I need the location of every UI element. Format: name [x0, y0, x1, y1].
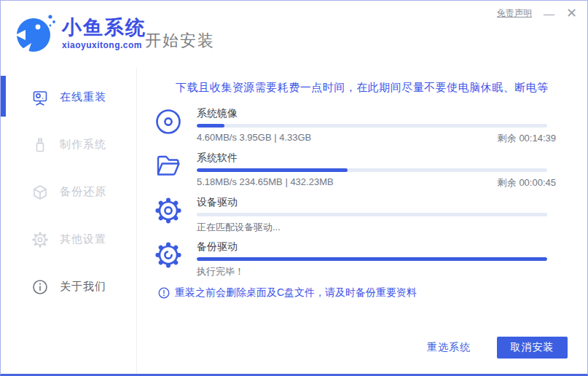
sidebar-item-label: 其他设置 [60, 232, 106, 246]
progress-bar [197, 124, 547, 128]
sidebar-item-label: 备份还原 [60, 185, 106, 199]
backup-restore-icon [31, 184, 49, 201]
logo-text: 小鱼系统 xiaoyuxitong.com [62, 18, 146, 50]
sidebar-item-online-reinstall[interactable]: 在线重装 [1, 74, 136, 121]
task-status-left: 4.60MB/s 3.95GB | 4.33GB [197, 132, 311, 145]
task-row-backup-driver: 备份驱动 执行完毕！ [138, 239, 587, 283]
folder-icon [154, 152, 183, 181]
task-row-system-image: 系统镜像 4.60MB/s 3.95GB | 4.33GB 剩余 00:14:3… [138, 106, 587, 150]
app-logo: 小鱼系统 xiaoyuxitong.com [14, 11, 146, 56]
task-status: 5.18MB/s 234.65MB | 432.23MB 剩余 00:00:45 [197, 176, 556, 189]
progress-fill [197, 257, 547, 261]
fish-logo-icon [14, 11, 56, 56]
backup-gear-icon [154, 240, 183, 270]
task-status: 执行完毕！ [197, 265, 556, 278]
download-notice: 下载且收集资源需要耗费一点时间，在此期间尽量不要使电脑休眠、断电等 [138, 81, 587, 95]
cancel-install-button[interactable]: 取消安装 [497, 337, 568, 359]
progress-fill [197, 168, 348, 172]
progress-bar [197, 168, 547, 172]
sidebar-item-other-settings[interactable]: 其他设置 [1, 216, 136, 263]
task-status-right: 剩余 00:14:39 [498, 132, 556, 145]
sidebar-item-backup-restore[interactable]: 备份还原 [1, 168, 136, 216]
task-list: 系统镜像 4.60MB/s 3.95GB | 4.33GB 剩余 00:14:3… [138, 106, 587, 283]
logo-name: 小鱼系统 [62, 18, 146, 38]
task-label: 系统镜像 [197, 107, 238, 120]
logo-subtitle: xiaoyuxitong.com [62, 41, 146, 50]
task-status-left: 5.18MB/s 234.65MB | 432.23MB [197, 176, 334, 189]
task-status-left: 执行完毕！ [197, 265, 244, 278]
sidebar-item-label: 制作系统 [60, 138, 106, 152]
task-label: 系统软件 [197, 152, 238, 165]
progress-fill [197, 124, 224, 128]
online-reinstall-icon [31, 89, 49, 106]
sidebar-item-about-us[interactable]: 关于我们 [1, 263, 136, 310]
exclamation-circle-icon [158, 287, 170, 299]
settings-icon [31, 231, 49, 248]
close-icon[interactable]: ✕ [566, 8, 577, 19]
minimize-icon[interactable]: — [544, 8, 554, 19]
main-content: 下载且收集资源需要耗费一点时间，在此期间尽量不要使电脑休眠、断电等 系统镜像 4… [138, 68, 587, 372]
disc-icon [154, 107, 183, 136]
installer-window: 小鱼系统 xiaoyuxitong.com 开始安装 免责声明 — ✕ 在线重装 [0, 0, 588, 376]
task-status-right: 剩余 00:00:45 [498, 176, 556, 189]
sidebar-item-make-system[interactable]: 制作系统 [1, 121, 136, 168]
task-status: 4.60MB/s 3.95GB | 4.33GB 剩余 00:14:39 [197, 132, 556, 145]
progress-bar [197, 213, 547, 216]
backup-warning: 重装之前会删除桌面及C盘文件，请及时备份重要资料 [158, 286, 417, 299]
active-item-indicator [1, 76, 6, 117]
make-system-icon [31, 136, 49, 154]
backup-warning-text: 重装之前会删除桌面及C盘文件，请及时备份重要资料 [175, 286, 417, 299]
task-label: 设备驱动 [197, 196, 238, 209]
window-controls: 免责声明 — ✕ [497, 7, 577, 20]
sidebar-item-label: 在线重装 [60, 90, 106, 104]
task-row-system-software: 系统软件 5.18MB/s 234.65MB | 432.23MB 剩余 00:… [138, 150, 587, 195]
header: 小鱼系统 xiaoyuxitong.com 开始安装 免责声明 — ✕ [1, 1, 587, 68]
reselect-system-button[interactable]: 重选系统 [427, 341, 471, 354]
sidebar: 在线重装 制作系统 备份还原 [1, 68, 137, 374]
task-label: 备份驱动 [197, 240, 238, 254]
sidebar-item-label: 关于我们 [60, 280, 106, 294]
page-title: 开始安装 [145, 30, 215, 52]
task-status: 正在匹配设备驱动... [197, 221, 556, 234]
gear-icon [154, 196, 183, 225]
disclaimer-link[interactable]: 免责声明 [497, 7, 532, 20]
task-status-left: 正在匹配设备驱动... [197, 221, 281, 234]
about-icon [31, 278, 49, 296]
task-row-device-driver: 设备驱动 正在匹配设备驱动... [138, 195, 587, 239]
progress-bar [197, 257, 547, 261]
footer-actions: 重选系统 取消安装 [427, 337, 568, 359]
